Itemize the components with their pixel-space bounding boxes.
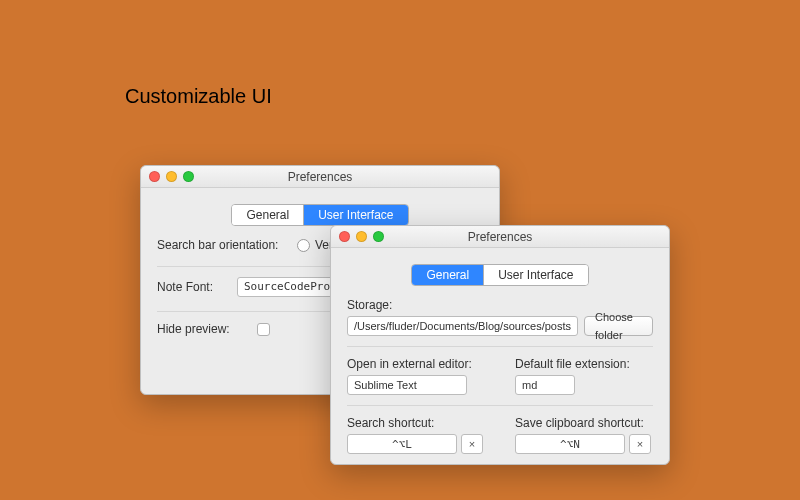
search-shortcut-clear-button[interactable]: × [461,434,483,454]
zoom-icon[interactable] [373,231,384,242]
separator [347,346,653,347]
zoom-icon[interactable] [183,171,194,182]
window-title: Preferences [288,170,353,184]
titlebar[interactable]: Preferences [331,226,669,248]
search-shortcut-label: Search shortcut: [347,416,485,430]
save-shortcut-label: Save clipboard shortcut: [515,416,653,430]
titlebar[interactable]: Preferences [141,166,499,188]
page-title: Customizable UI [125,85,272,108]
default-ext-label: Default file extension: [515,357,653,371]
radio-icon [297,239,310,252]
save-shortcut-clear-button[interactable]: × [629,434,651,454]
tab-general[interactable]: General [232,205,303,225]
hide-preview-checkbox[interactable] [257,323,270,336]
minimize-icon[interactable] [356,231,367,242]
default-ext-field[interactable]: md [515,375,575,395]
close-icon[interactable] [149,171,160,182]
search-bar-orientation-label: Search bar orientation: [157,238,297,252]
storage-path-field[interactable]: /Users/fluder/Documents/Blog/sources/pos… [347,316,578,336]
hide-preview-label: Hide preview: [157,322,257,336]
save-shortcut-field[interactable]: ^⌥N [515,434,625,454]
external-editor-label: Open in external editor: [347,357,485,371]
choose-folder-button[interactable]: Choose folder [584,316,653,336]
external-editor-field[interactable]: Sublime Text [347,375,467,395]
tab-general[interactable]: General [412,265,483,285]
note-font-label: Note Font: [157,280,237,294]
minimize-icon[interactable] [166,171,177,182]
preferences-window-general: Preferences General User Interface Stora… [330,225,670,465]
window-title: Preferences [468,230,533,244]
search-shortcut-field[interactable]: ^⌥L [347,434,457,454]
tab-user-interface[interactable]: User Interface [303,205,407,225]
close-icon[interactable] [339,231,350,242]
traffic-lights [339,231,384,242]
separator [347,405,653,406]
tab-user-interface[interactable]: User Interface [483,265,587,285]
tabs: General User Interface [347,264,653,286]
tabs: General User Interface [157,204,483,226]
traffic-lights [149,171,194,182]
